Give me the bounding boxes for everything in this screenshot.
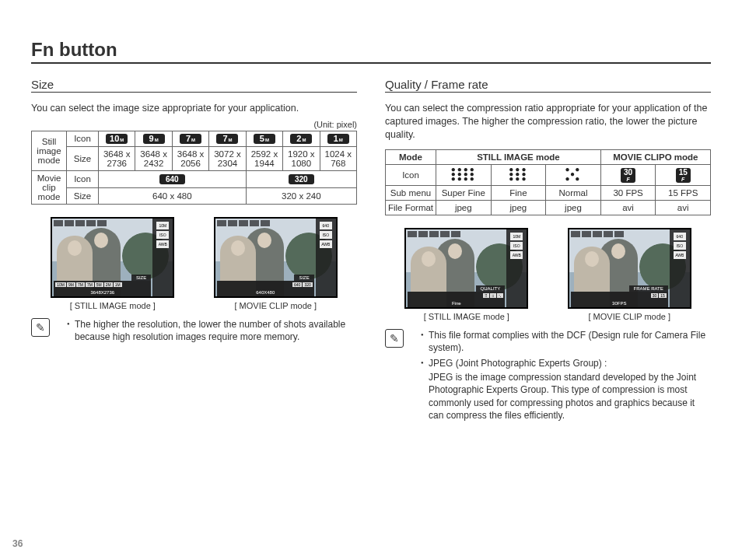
row-icon-label: Icon [67, 131, 99, 146]
still-mode-header: Still image mode [32, 131, 67, 170]
unit-label: (Unit: pixel) [31, 120, 357, 129]
note-text-1: The higher the resolution, the lower the… [67, 318, 357, 343]
movie-mode-header: Movie clip mode [32, 170, 67, 204]
sub-row-label: Sub menu [386, 185, 436, 200]
size-screenshots: 10MISOAWB SIZE 10M9M7M7M5M2M1M 3648X2736… [31, 217, 357, 310]
row-size-label: Size [67, 146, 99, 170]
q-icon-30fps: 30F [600, 164, 656, 185]
movie-icon-1: 640 [99, 170, 247, 187]
still-size-2: 3648 x 2432 [135, 146, 172, 170]
quality-screenshots: 10MISOAWB QUALITY ⠿⠶⠢ Fine [ STILL IMAGE… [385, 228, 711, 321]
sub-normal: Normal [546, 185, 601, 200]
still-caption: [ STILL IMAGE mode ] [51, 301, 174, 310]
file-row-label: File Format [386, 200, 436, 215]
still-size-4: 3072 x 2304 [209, 146, 246, 170]
still-icon-3: 7M [172, 131, 208, 146]
size-note: ✎ The higher the resolution, the lower t… [31, 318, 357, 346]
two-column-layout: Size You can select the image size appro… [31, 78, 711, 425]
still-icon-2: 9M [135, 131, 172, 146]
still-size-3: 3648 x 2056 [172, 146, 208, 170]
movie-clip-screenshot: 640ISOAWB SIZE 640320 640X480 [214, 217, 338, 298]
quality-still-screenshot: 10MISOAWB QUALITY ⠿⠶⠢ Fine [404, 228, 528, 309]
size-intro: You can select the image size appropriat… [31, 102, 357, 115]
row-icon-label-2: Icon [67, 170, 99, 187]
row-size-label-2: Size [67, 187, 99, 204]
still-mode-header: STILL IMAGE mode [436, 149, 601, 164]
sub-15fps: 15 FPS [656, 185, 711, 200]
sub-30fps: 30 FPS [600, 185, 656, 200]
file-2: jpeg [491, 200, 546, 215]
right-column: Quality / Frame rate You can select the … [385, 78, 711, 425]
still-size-5: 2592 x 1944 [246, 146, 282, 170]
q-note-1: This file format complies with the DCF (… [421, 329, 711, 354]
q-icon-15fps: 15F [656, 164, 711, 185]
page-title: Fn button [31, 39, 711, 64]
q-note-2: JPEG (Joint Photographic Experts Group) … [421, 357, 711, 422]
icon-row-label: Icon [386, 164, 436, 185]
movie-mode-header: MOVIE CLIPO mode [600, 149, 710, 164]
still-icon-1: 10M [99, 131, 135, 146]
quality-table: Mode STILL IMAGE mode MOVIE CLIPO mode I… [385, 149, 711, 215]
q-movie-caption: [ MOVIE CLIP mode ] [568, 312, 691, 321]
still-image-screenshot: 10MISOAWB SIZE 10M9M7M7M5M2M1M 3648X2736 [51, 217, 174, 298]
size-heading: Size [31, 78, 357, 93]
file-3: jpeg [546, 200, 601, 215]
file-1: jpeg [436, 200, 492, 215]
file-4: avi [600, 200, 656, 215]
still-icon-7: 1M [320, 131, 356, 146]
left-column: Size You can select the image size appro… [31, 78, 357, 425]
quality-intro: You can select the compression ratio app… [385, 102, 711, 142]
sub-fine: Fine [491, 185, 546, 200]
movie-size-2: 320 x 240 [246, 187, 356, 204]
quality-movie-screenshot: 640ISOAWB FRAME RATE 3015 30FPS [568, 228, 691, 309]
quality-heading: Quality / Frame rate [385, 78, 711, 93]
page-number: 36 [12, 538, 23, 549]
q-still-caption: [ STILL IMAGE mode ] [404, 312, 528, 321]
note-icon: ✎ [385, 329, 404, 348]
q-icon-normal: ● ● ● ● ● [546, 164, 601, 185]
still-size-1: 3648 x 2736 [99, 146, 135, 170]
still-icon-4: 7M [209, 131, 246, 146]
still-icon-5: 5M [246, 131, 282, 146]
still-icon-6: 2M [283, 131, 320, 146]
size-table: Still image mode Icon 10M 9M 7M 7M 5M 2M… [31, 131, 357, 205]
sub-superfine: Super Fine [436, 185, 492, 200]
movie-size-1: 640 x 480 [99, 187, 247, 204]
file-5: avi [656, 200, 711, 215]
mode-header: Mode [386, 149, 436, 164]
still-size-7: 1024 x 768 [320, 146, 356, 170]
movie-icon-2: 320 [246, 170, 356, 187]
note-icon: ✎ [31, 318, 50, 337]
still-size-6: 1920 x 1080 [283, 146, 320, 170]
q-icon-fine: ●●●●●●●●● [491, 164, 546, 185]
q-icon-superfine: ●●●●●●●●●●●● [436, 164, 492, 185]
movie-caption: [ MOVIE CLIP mode ] [214, 301, 338, 310]
quality-note: ✎ This file format complies with the DCF… [385, 329, 711, 425]
